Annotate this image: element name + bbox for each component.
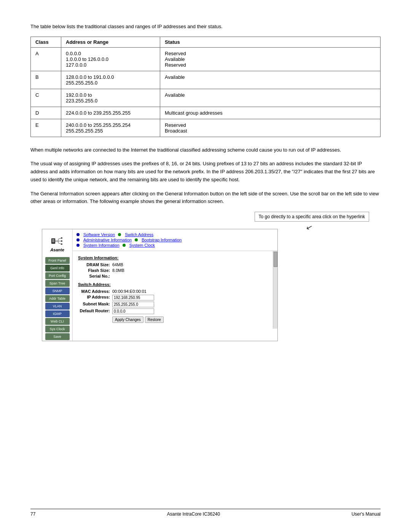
nav-link-admin-info[interactable]: Administrative Information: [83, 238, 132, 242]
flash-value: 8.0MB: [112, 268, 272, 273]
sidebar-btn-igmp[interactable]: IGMP: [45, 310, 70, 317]
asante-logo-icon: [51, 235, 64, 247]
sidebar-btn-vlan[interactable]: VLAN: [45, 303, 70, 310]
mac-value: 00:00:94:E0:00:01: [112, 289, 272, 294]
sidebar-btn-addr-table[interactable]: Addr Table: [45, 295, 70, 302]
paragraph-1: When multiple networks are connected to …: [30, 146, 381, 154]
nav-link-bootstrap-info[interactable]: Bootstrap Information: [142, 238, 182, 242]
table-row: C 192.0.0.0 to223.255.255.0 Available: [31, 89, 381, 107]
svg-line-6: [58, 238, 61, 239]
sidebar-btn-genl-info[interactable]: Genl Info: [45, 265, 70, 272]
apply-changes-button[interactable]: Apply Changes: [112, 316, 143, 323]
nav-link-system-info[interactable]: System Information: [83, 243, 119, 248]
router-row: Default Router:: [78, 308, 272, 314]
dram-value: 64MB: [112, 262, 272, 267]
action-buttons-row: Apply Changes Restore: [78, 316, 272, 323]
ip-label: IP Address:: [78, 295, 112, 300]
address-cell: 0.0.0.01.0.0.0 to 126.0.0.0127.0.0.0: [61, 47, 160, 71]
paragraph-2: The usual way of assigning IP addresses …: [30, 160, 381, 184]
serial-value: [112, 274, 272, 278]
sidebar-btn-span-tree[interactable]: Span Tree: [45, 280, 70, 287]
ip-address-input[interactable]: [112, 295, 154, 300]
svg-point-10: [61, 240, 62, 242]
status-cell: Multicast group addresses: [160, 107, 381, 119]
class-cell: A: [31, 47, 61, 71]
class-cell: C: [31, 89, 61, 107]
col-header-address: Address or Range: [61, 37, 160, 47]
nav-dot-sysclock: [123, 244, 126, 247]
logo-text: Asante: [50, 248, 64, 252]
address-cell: 128.0.0.0 to 191.0.0.0255.255.255.0: [61, 71, 160, 89]
serial-row: Serial No.:: [78, 274, 272, 278]
switch-address-section: Switch Address: MAC Address: 00:00:94:E0…: [78, 282, 272, 323]
buttons-spacer: [78, 316, 112, 323]
svg-point-11: [61, 243, 62, 245]
callout-arrow-icon: ↙: [305, 222, 314, 232]
sidebar-btn-front-panel[interactable]: Front Panel: [45, 257, 70, 264]
router-input[interactable]: [112, 308, 154, 314]
class-cell: E: [31, 119, 61, 137]
sidebar-btn-web-cli[interactable]: Web CLI: [45, 318, 70, 325]
restore-button[interactable]: Restore: [145, 316, 164, 323]
sidebar: Asante Front Panel Genl Info Port Config…: [42, 229, 73, 341]
system-info-title: System Information:: [78, 256, 272, 260]
top-links-row-2: Administrative Information Bootstrap Inf…: [76, 238, 274, 242]
table-row: B 128.0.0.0 to 191.0.0.0255.255.255.0 Av…: [31, 71, 381, 89]
dram-row: DRAM Size: 64MB: [78, 262, 272, 267]
flash-row: Flash Size: 8.0MB: [78, 268, 272, 273]
svg-rect-3: [52, 241, 54, 242]
callout-box: To go directly to a specific area click …: [255, 212, 369, 222]
content-panel: System Information: DRAM Size: 64MB Flas…: [73, 251, 277, 329]
table-row: D 224.0.0.0 to 239.255.255.255 Multicast…: [31, 107, 381, 119]
sidebar-btn-snmp[interactable]: SNMP: [45, 288, 70, 294]
ip-row: IP Address:: [78, 295, 272, 300]
scrollbar-thumb[interactable]: [274, 252, 277, 267]
top-links-row-3: System Information System Clock: [76, 243, 274, 248]
class-cell: D: [31, 107, 61, 119]
svg-rect-1: [52, 239, 54, 240]
callout-text: To go directly to a specific area click …: [259, 214, 365, 219]
status-cell: ReservedAvailableReserved: [160, 47, 381, 71]
table-row: E 240.0.0.0 to 255.255.255.254255.255.25…: [31, 119, 381, 137]
mac-label: MAC Address:: [78, 289, 112, 294]
subnet-mask-input[interactable]: [112, 302, 154, 307]
col-header-class: Class: [31, 37, 61, 47]
address-cell: 192.0.0.0 to223.255.255.0: [61, 89, 160, 107]
nav-link-switch-address[interactable]: Switch Address: [125, 232, 153, 237]
top-links: Software Version Switch Address Administ…: [73, 229, 277, 251]
dram-label: DRAM Size:: [78, 262, 112, 267]
nav-dot-admin: [76, 238, 80, 241]
footer-right-text: User's Manual: [352, 511, 381, 517]
col-header-status: Status: [160, 37, 381, 47]
footer-page-number: 77: [30, 511, 35, 517]
status-cell: Available: [160, 89, 381, 107]
logo-area: Asante: [46, 233, 69, 254]
subnet-label: Subnet Mask:: [78, 302, 112, 307]
nav-dot-software: [76, 233, 80, 236]
table-row: A 0.0.0.01.0.0.0 to 126.0.0.0127.0.0.0 R…: [31, 47, 381, 71]
sidebar-btn-sys-clock[interactable]: Sys Clock: [45, 326, 70, 332]
mac-row: MAC Address: 00:00:94:E0:00:01: [78, 289, 272, 294]
app-window: Asante Front Panel Genl Info Port Config…: [42, 229, 278, 341]
top-links-row-1: Software Version Switch Address: [76, 232, 274, 237]
screenshot-area: To go directly to a specific area click …: [30, 212, 381, 341]
nav-link-system-clock[interactable]: System Clock: [129, 243, 155, 248]
nav-dot-switch: [118, 233, 121, 236]
switch-address-title: Switch Address:: [78, 282, 272, 287]
flash-label: Flash Size:: [78, 268, 112, 273]
ip-table: Class Address or Range Status A 0.0.0.01…: [30, 37, 381, 137]
svg-line-8: [58, 243, 61, 244]
sidebar-btn-port-config[interactable]: Port Config: [45, 272, 70, 279]
address-cell: 240.0.0.0 to 255.255.255.254255.255.255.…: [61, 119, 160, 137]
page-footer: 77 Asante IntraCore IC36240 User's Manua…: [30, 509, 381, 517]
nav-link-software-version[interactable]: Software Version: [83, 232, 115, 237]
router-label: Default Router:: [78, 308, 112, 314]
serial-label: Serial No.:: [78, 274, 112, 278]
main-content: Software Version Switch Address Administ…: [73, 229, 277, 341]
sidebar-btn-save[interactable]: Save: [45, 333, 70, 340]
page-container: The table below lists the traditional cl…: [0, 0, 411, 364]
class-cell: B: [31, 71, 61, 89]
footer-center-text: Asante IntraCore IC36240: [167, 511, 220, 517]
scrollbar[interactable]: [273, 251, 277, 329]
subnet-row: Subnet Mask:: [78, 302, 272, 307]
